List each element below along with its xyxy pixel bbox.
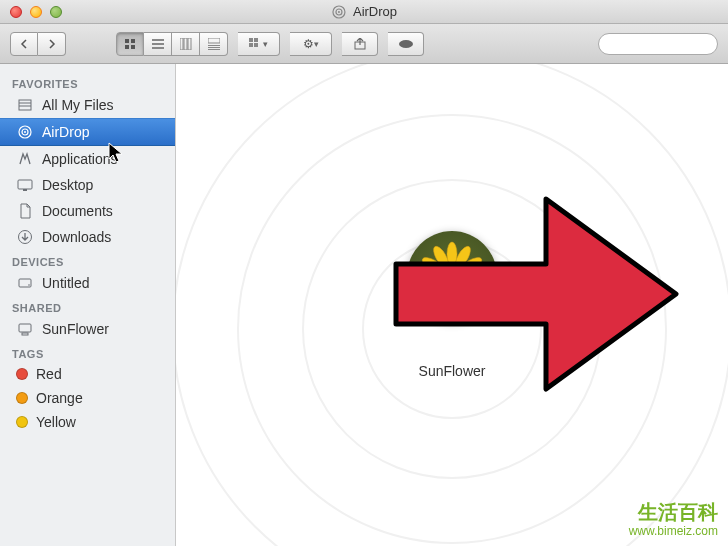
view-buttons	[116, 32, 228, 56]
sidebar-item-label: AirDrop	[42, 124, 89, 140]
sidebar-item-label: Documents	[42, 203, 113, 219]
svg-rect-7	[152, 39, 164, 41]
search-input[interactable]	[598, 33, 718, 55]
close-button[interactable]	[10, 6, 22, 18]
svg-point-2	[338, 11, 340, 13]
sidebar-item-untitled[interactable]: Untitled	[0, 270, 175, 296]
content: FAVORITES All My Files AirDrop Applicati…	[0, 64, 728, 546]
svg-rect-8	[152, 43, 164, 45]
icon-view-button[interactable]	[116, 32, 144, 56]
svg-rect-23	[19, 100, 31, 110]
svg-point-33	[28, 284, 30, 286]
svg-rect-4	[131, 39, 135, 43]
tags-button-group	[388, 32, 424, 56]
all-my-files-icon	[16, 96, 34, 114]
share-button[interactable]	[342, 32, 378, 56]
titlebar: AirDrop	[0, 0, 728, 24]
svg-rect-3	[125, 39, 129, 43]
back-button[interactable]	[10, 32, 38, 56]
sidebar-header-tags: TAGS	[0, 342, 175, 362]
svg-rect-29	[18, 180, 32, 189]
window-title: AirDrop	[331, 4, 397, 20]
airdrop-icon	[16, 123, 34, 141]
applications-icon	[16, 150, 34, 168]
sidebar-item-tag-orange[interactable]: Orange	[0, 386, 175, 410]
svg-rect-20	[254, 43, 258, 47]
share-button-group	[342, 32, 378, 56]
svg-rect-16	[208, 49, 220, 50]
zoom-button[interactable]	[50, 6, 62, 18]
column-view-button[interactable]	[172, 32, 200, 56]
tag-dot-icon	[16, 416, 28, 428]
minimize-button[interactable]	[30, 6, 42, 18]
watermark-text: 生活百科	[629, 500, 718, 524]
downloads-icon	[16, 228, 34, 246]
sidebar-item-label: All My Files	[42, 97, 114, 113]
coverflow-view-button[interactable]	[200, 32, 228, 56]
svg-rect-19	[249, 43, 253, 47]
arrange-button[interactable]: ▾	[238, 32, 280, 56]
main-area: SunFlower	[176, 64, 728, 546]
svg-rect-6	[131, 45, 135, 49]
computer-icon	[16, 320, 34, 338]
sidebar-item-label: Downloads	[42, 229, 111, 245]
sidebar-item-all-my-files[interactable]: All My Files	[0, 92, 175, 118]
red-arrow-annotation	[376, 184, 686, 404]
sidebar: FAVORITES All My Files AirDrop Applicati…	[0, 64, 176, 546]
window-title-text: AirDrop	[353, 4, 397, 19]
documents-icon	[16, 202, 34, 220]
forward-button[interactable]	[38, 32, 66, 56]
sidebar-item-label: Red	[36, 366, 62, 382]
list-view-button[interactable]	[144, 32, 172, 56]
sidebar-header-shared: SHARED	[0, 296, 175, 316]
sidebar-item-label: Untitled	[42, 275, 89, 291]
svg-rect-9	[152, 47, 164, 49]
svg-rect-10	[180, 38, 183, 50]
svg-rect-14	[208, 45, 220, 46]
tags-button[interactable]	[388, 32, 424, 56]
arrange-button-group: ▾	[238, 32, 280, 56]
search-box	[598, 33, 718, 55]
tag-dot-icon	[16, 368, 28, 380]
svg-rect-11	[184, 38, 187, 50]
svg-rect-34	[19, 324, 31, 332]
sidebar-item-label: Yellow	[36, 414, 76, 430]
svg-point-22	[399, 40, 413, 48]
sidebar-item-airdrop[interactable]: AirDrop	[0, 118, 175, 146]
gear-icon: ⚙	[303, 37, 314, 51]
action-button[interactable]: ⚙ ▾	[290, 32, 332, 56]
svg-rect-5	[125, 45, 129, 49]
airdrop-icon	[331, 4, 347, 20]
svg-rect-18	[254, 38, 258, 42]
toolbar: ▾ ⚙ ▾	[0, 24, 728, 64]
sidebar-item-documents[interactable]: Documents	[0, 198, 175, 224]
svg-point-28	[24, 131, 26, 133]
svg-rect-35	[22, 333, 28, 335]
action-button-group: ⚙ ▾	[290, 32, 332, 56]
svg-rect-30	[23, 189, 27, 191]
svg-rect-15	[208, 47, 220, 48]
svg-rect-13	[208, 38, 220, 43]
sidebar-item-label: Orange	[36, 390, 83, 406]
traffic-lights	[0, 6, 62, 18]
sidebar-item-applications[interactable]: Applications	[0, 146, 175, 172]
svg-rect-12	[188, 38, 191, 50]
sidebar-item-tag-yellow[interactable]: Yellow	[0, 410, 175, 434]
watermark-url: www.bimeiz.com	[629, 524, 718, 538]
disk-icon	[16, 274, 34, 292]
sidebar-item-sunflower-shared[interactable]: SunFlower	[0, 316, 175, 342]
tag-dot-icon	[16, 392, 28, 404]
watermark: 生活百科 www.bimeiz.com	[629, 500, 718, 538]
svg-rect-32	[19, 279, 31, 287]
svg-rect-17	[249, 38, 253, 42]
sidebar-item-downloads[interactable]: Downloads	[0, 224, 175, 250]
sidebar-item-label: SunFlower	[42, 321, 109, 337]
sidebar-item-tag-red[interactable]: Red	[0, 362, 175, 386]
nav-buttons	[10, 32, 66, 56]
sidebar-item-desktop[interactable]: Desktop	[0, 172, 175, 198]
sidebar-header-devices: DEVICES	[0, 250, 175, 270]
sidebar-item-label: Applications	[42, 151, 118, 167]
sidebar-item-label: Desktop	[42, 177, 93, 193]
chevron-down-icon: ▾	[314, 39, 319, 49]
desktop-icon	[16, 176, 34, 194]
